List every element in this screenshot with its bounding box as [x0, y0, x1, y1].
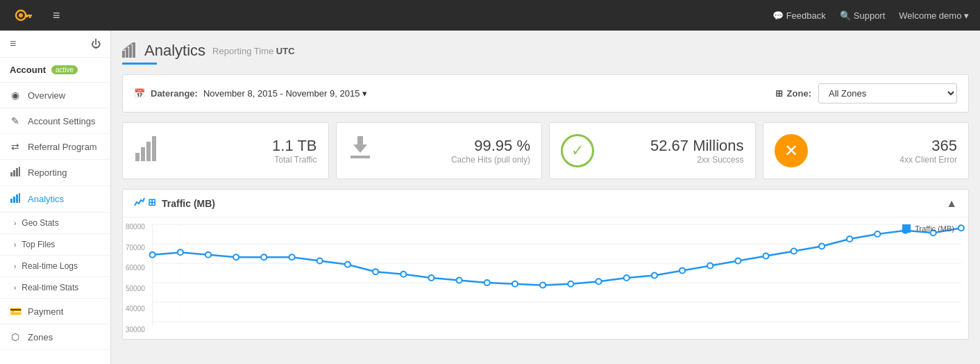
sidebar-power-icon[interactable]: ⏻	[91, 38, 101, 49]
stat-label-cache: Cache Hits (pull only)	[384, 155, 531, 165]
svg-point-44	[484, 280, 490, 286]
legend-dot-traffic	[902, 224, 911, 233]
sidebar-menu-icon[interactable]: ≡	[10, 38, 16, 50]
sidebar-item-realtime-logs[interactable]: › Real-time Logs	[0, 256, 110, 277]
svg-point-38	[317, 258, 323, 264]
line-chart-icon[interactable]	[134, 197, 145, 210]
referral-icon: ⇄	[10, 141, 21, 152]
y-label-40000: 40000	[126, 305, 148, 313]
svg-point-50	[652, 273, 657, 279]
y-label-60000: 60000	[126, 264, 148, 272]
check-circle-icon: ✓	[561, 134, 594, 167]
sidebar-item-account-settings[interactable]: ✎ Account Settings	[0, 108, 110, 134]
svg-point-46	[540, 283, 546, 288]
svg-point-61	[958, 225, 964, 231]
svg-rect-11	[13, 197, 15, 203]
svg-point-40	[373, 269, 378, 274]
sidebar-account: Account active	[0, 58, 110, 83]
daterange-dropdown-icon: ▾	[362, 88, 367, 99]
chart-title: ⊞ Traffic (MB)	[134, 197, 215, 210]
keycdn-logo	[11, 3, 36, 28]
svg-point-54	[763, 254, 769, 259]
y-label-80000: 80000	[126, 223, 148, 231]
chevron-icon: ›	[14, 284, 16, 292]
svg-rect-14	[122, 51, 125, 58]
active-badge: active	[51, 65, 78, 74]
table-icon[interactable]: ⊞	[148, 197, 156, 210]
page-analytics-icon	[122, 42, 137, 60]
sidebar-item-referral-program[interactable]: ⇄ Referral Program	[0, 134, 110, 160]
sidebar-item-geo-stats[interactable]: › Geo Stats	[0, 213, 110, 234]
chevron-icon: ›	[14, 263, 16, 270]
stat-content-4xx: 365 4xx Client Error	[819, 137, 958, 165]
sidebar-item-overview[interactable]: ◉ Overview	[0, 83, 110, 108]
daterange-section: 📅 Daterange: November 8, 2015 - November…	[134, 88, 367, 99]
svg-point-48	[595, 279, 601, 284]
zone-select[interactable]: All Zones Zone 1 Zone 2	[818, 83, 957, 104]
support-icon: 🔍	[840, 10, 851, 21]
zone-grid-icon: ⊞	[775, 88, 783, 99]
feedback-link[interactable]: 💬 Feedback	[772, 10, 826, 21]
title-underline	[122, 63, 157, 65]
svg-point-42	[428, 275, 434, 281]
svg-point-36	[261, 254, 267, 260]
svg-point-45	[512, 281, 518, 287]
svg-marker-23	[353, 136, 367, 153]
page-header: Analytics Reporting Time UTC	[122, 42, 969, 60]
svg-rect-9	[19, 167, 20, 176]
stat-value-2xx: 52.67 Millions	[605, 137, 744, 155]
svg-rect-20	[146, 142, 151, 161]
traffic-bar-icon	[134, 136, 159, 166]
sidebar-top: ≡ ⏻	[0, 31, 110, 58]
svg-rect-7	[13, 170, 15, 176]
chart-collapse-button[interactable]: ▲	[946, 197, 957, 210]
svg-point-55	[791, 249, 797, 254]
sidebar-item-zones[interactable]: ⬡ Zones	[0, 324, 110, 350]
chart-card: ⊞ Traffic (MB) ▲ 80000 70000 60000 50000…	[122, 189, 969, 340]
sidebar-item-analytics[interactable]: Analytics	[0, 186, 110, 213]
svg-point-39	[345, 262, 350, 267]
sidebar-item-payment[interactable]: 💳 Payment	[0, 299, 110, 324]
sidebar-item-top-files[interactable]: › Top Files	[0, 234, 110, 256]
stats-row: 1.1 TB Total Traffic 99.95 % Cache Hits …	[122, 122, 969, 179]
svg-rect-13	[19, 193, 20, 203]
stat-card-4xx: ✕ 365 4xx Client Error	[763, 122, 970, 179]
chevron-icon: ›	[14, 241, 16, 249]
support-link[interactable]: 🔍 Support	[840, 10, 886, 21]
payment-icon: 💳	[10, 306, 21, 317]
zone-label: ⊞ Zone:	[775, 88, 811, 99]
stat-content-cache: 99.95 % Cache Hits (pull only)	[384, 137, 531, 165]
sidebar-item-realtime-stats[interactable]: › Real-time Stats	[0, 277, 110, 299]
toolbar: 📅 Daterange: November 8, 2015 - November…	[122, 74, 969, 113]
account-settings-icon: ✎	[10, 115, 21, 126]
sidebar: ≡ ⏻ Account active ◉ Overview ✎ Account …	[0, 31, 111, 364]
zone-section: ⊞ Zone: All Zones Zone 1 Zone 2	[775, 83, 957, 104]
svg-point-41	[400, 272, 406, 277]
stat-content-traffic: 1.1 TB Total Traffic	[170, 137, 317, 165]
navbar: ≡ 💬 Feedback 🔍 Support Welcome demo ▾	[0, 0, 980, 31]
svg-point-34	[205, 252, 211, 258]
svg-rect-10	[10, 199, 12, 203]
daterange-value[interactable]: November 8, 2015 - November 9, 2015 ▾	[203, 88, 367, 99]
sidebar-item-reporting[interactable]: Reporting	[0, 160, 110, 186]
page-title: Analytics	[144, 42, 205, 60]
svg-point-53	[735, 258, 741, 264]
svg-point-2	[19, 13, 23, 17]
svg-point-43	[457, 278, 462, 283]
y-axis-labels: 80000 70000 60000 50000 40000 30000	[123, 217, 151, 339]
navbar-right: 💬 Feedback 🔍 Support Welcome demo ▾	[772, 10, 969, 21]
navbar-brand	[11, 3, 36, 28]
svg-point-56	[819, 244, 825, 249]
zones-icon: ⬡	[10, 331, 21, 342]
svg-rect-4	[29, 15, 31, 18]
welcome-dropdown[interactable]: Welcome demo ▾	[899, 10, 969, 21]
svg-point-47	[568, 281, 573, 287]
svg-rect-15	[126, 48, 128, 58]
navbar-toggle-button[interactable]: ≡	[53, 8, 60, 23]
svg-rect-5	[26, 15, 28, 17]
chart-container: 80000 70000 60000 50000 40000 30000 Traf…	[123, 217, 968, 339]
svg-rect-19	[141, 147, 145, 161]
svg-point-49	[624, 275, 630, 281]
svg-point-35	[233, 254, 239, 260]
svg-rect-18	[135, 153, 140, 161]
